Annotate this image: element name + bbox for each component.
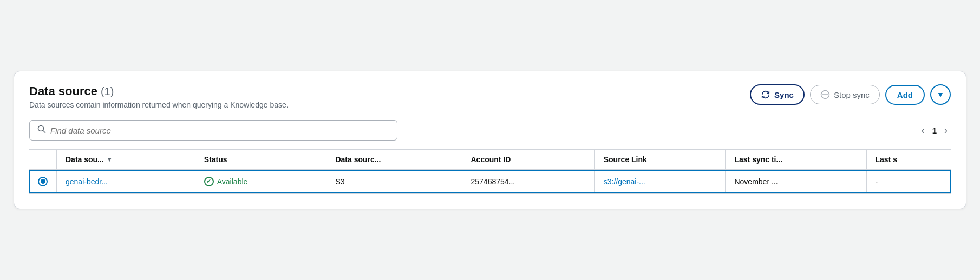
data-source-card: Data source (1) Data sources contain inf… (14, 71, 966, 209)
status-badge: ✓ Available (204, 177, 248, 186)
radio-button[interactable] (38, 177, 48, 186)
table-row[interactable]: genai-bedr... ✓ Available S3 257468754..… (29, 170, 951, 194)
svg-line-3 (43, 131, 45, 133)
action-buttons: Sync Stop sync Add ▼ (750, 84, 951, 105)
current-page: 1 (932, 126, 937, 135)
source-link[interactable]: s3://genai-... (604, 177, 645, 186)
table-body: genai-bedr... ✓ Available S3 257468754..… (29, 170, 951, 194)
row-name-link[interactable]: genai-bedr... (66, 177, 108, 186)
stop-sync-label: Stop sync (834, 90, 870, 99)
header-row: Data source (1) Data sources contain inf… (29, 84, 951, 109)
sort-arrow-icon: ▼ (107, 156, 113, 163)
status-check-icon: ✓ (204, 177, 214, 186)
sync-label: Sync (774, 90, 794, 99)
row-last-s-cell: - (866, 170, 951, 194)
col-last-sync-time: Last sync ti... (726, 150, 866, 170)
table-header: Data sou... ▼ Status Data sourc... Accou… (29, 150, 951, 170)
search-icon (37, 125, 46, 136)
search-row: ‹ 1 › (29, 120, 951, 141)
col-status: Status (195, 150, 326, 170)
title-block: Data source (1) Data sources contain inf… (29, 84, 289, 109)
stop-sync-button[interactable]: Stop sync (810, 85, 880, 104)
col-account-id: Account ID (462, 150, 594, 170)
col-type: Data sourc... (326, 150, 462, 170)
stop-icon (820, 90, 830, 99)
pagination: ‹ 1 › (918, 124, 951, 137)
add-label: Add (897, 90, 913, 99)
add-button[interactable]: Add (885, 85, 925, 105)
row-selector-cell[interactable] (29, 170, 57, 194)
prev-page-button[interactable]: ‹ (918, 124, 928, 137)
row-source-link-cell: s3://genai-... (594, 170, 726, 194)
row-account-id-cell: 257468754... (462, 170, 594, 194)
dropdown-button[interactable]: ▼ (930, 84, 951, 105)
col-source-link: Source Link (594, 150, 726, 170)
page-title: Data source (1) (29, 84, 289, 98)
sync-button[interactable]: Sync (750, 84, 805, 105)
title-count: (1) (101, 85, 114, 98)
col-selector (29, 150, 57, 170)
col-name[interactable]: Data sou... ▼ (57, 150, 195, 170)
search-input[interactable] (50, 126, 389, 135)
row-status-cell: ✓ Available (195, 170, 326, 194)
table-header-row: Data sou... ▼ Status Data sourc... Accou… (29, 150, 951, 170)
next-page-button[interactable]: › (941, 124, 951, 137)
col-last-s: Last s (866, 150, 951, 170)
row-type-cell: S3 (326, 170, 462, 194)
sync-icon (761, 90, 770, 99)
subtitle-text: Data sources contain information returne… (29, 101, 289, 109)
title-text: Data source (29, 84, 97, 98)
status-label: Available (217, 177, 248, 186)
chevron-down-icon: ▼ (937, 90, 944, 99)
row-last-sync-time-cell: November ... (726, 170, 866, 194)
search-box-wrapper (29, 120, 397, 141)
data-source-table: Data sou... ▼ Status Data sourc... Accou… (29, 149, 951, 194)
row-name-cell: genai-bedr... (57, 170, 195, 194)
